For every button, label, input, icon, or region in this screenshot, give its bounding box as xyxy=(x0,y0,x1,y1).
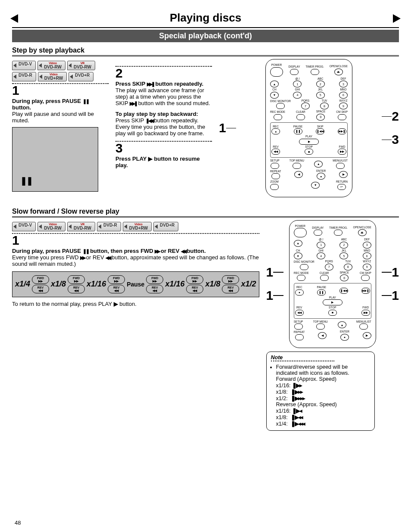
callout-2: 2 xyxy=(382,109,399,124)
stop-button[interactable]: ■ xyxy=(328,310,337,316)
topmenu-button[interactable] xyxy=(293,163,301,169)
timer-button[interactable] xyxy=(311,69,319,75)
zoom-button[interactable] xyxy=(270,184,279,190)
num-8-button[interactable]: 8 xyxy=(320,103,329,109)
rev-icon xyxy=(106,254,110,261)
num-6-button[interactable]: 6 xyxy=(339,92,348,99)
recmode-button[interactable] xyxy=(297,275,305,281)
play-button[interactable]: ▶ xyxy=(299,139,319,145)
step-number-3: 3 xyxy=(115,142,212,155)
ch-down-button[interactable]: ▼ xyxy=(270,92,279,99)
num-4-button[interactable]: 4 xyxy=(293,92,302,99)
skip-next-button[interactable]: ▶▶❚ xyxy=(338,128,346,134)
num-0-button[interactable]: 0 xyxy=(340,274,349,281)
num-9-button[interactable]: 9 xyxy=(339,103,348,109)
power-button[interactable] xyxy=(270,67,283,77)
display-button[interactable] xyxy=(314,230,322,236)
num-2-button[interactable]: 2 xyxy=(339,242,348,249)
stop-button[interactable]: ■ xyxy=(305,149,313,155)
play-button[interactable]: ▶ xyxy=(323,299,342,305)
eject-button[interactable]: ⏏ xyxy=(334,68,343,75)
note-line: x1/8: ❚▶▸▸ xyxy=(276,389,302,395)
num-7-button[interactable]: 7 xyxy=(325,264,333,271)
step2-instruction: Press SKIP button repeatedly. xyxy=(115,81,212,87)
timer-button[interactable] xyxy=(334,230,342,236)
rev-pill: REV◀◀ xyxy=(32,285,49,293)
rev-button[interactable]: ◀◀ xyxy=(271,149,280,155)
num-7-button[interactable]: 7 xyxy=(301,103,310,109)
speed-label: x1/8 xyxy=(205,280,220,289)
num-4-button[interactable]: 4 xyxy=(317,252,325,259)
rev-button[interactable]: ◀◀ xyxy=(295,310,304,316)
note-rev-label: Reverse (Approx. Speed) xyxy=(276,401,337,408)
page-title-container: Playing discs xyxy=(12,10,399,28)
power-button[interactable] xyxy=(294,228,307,237)
fwd-button[interactable]: ▶▶ xyxy=(338,149,346,155)
ch-down-button[interactable]: ▼ xyxy=(294,252,302,259)
step-number-1b: 1 xyxy=(12,234,259,247)
cmskip-button[interactable] xyxy=(361,275,370,281)
num-6-button[interactable]: 6 xyxy=(363,252,371,259)
pause-button[interactable]: ❚❚ xyxy=(294,128,302,134)
nav-down-button[interactable]: ▼ xyxy=(311,182,320,189)
menulist-button[interactable] xyxy=(336,163,345,169)
repeat-button[interactable] xyxy=(295,334,304,340)
nav-left-button[interactable]: ◀ xyxy=(318,332,327,339)
repeat-button[interactable] xyxy=(271,173,280,179)
badge: VideoDVD-RW VideoDVD-RW xyxy=(37,61,65,70)
pause-icon xyxy=(83,98,89,104)
recmode-button[interactable] xyxy=(274,114,282,120)
num-5-button[interactable]: 5 xyxy=(339,252,348,259)
num-2-button[interactable]: 2 xyxy=(316,81,325,87)
num-0-button[interactable]: 0 xyxy=(316,114,325,121)
clear-button[interactable] xyxy=(296,114,305,120)
fwd-button[interactable]: ▶▶ xyxy=(361,310,370,316)
clear-button[interactable] xyxy=(320,275,329,281)
setup-button[interactable] xyxy=(294,324,303,330)
eject-button[interactable]: ⏏ xyxy=(358,229,367,236)
num-1-button[interactable]: 1 xyxy=(293,81,302,87)
step2-sub-heading: To play step by step backward: xyxy=(115,111,212,117)
display-button[interactable] xyxy=(290,69,299,75)
topmenu-button[interactable] xyxy=(316,324,325,330)
nav-left-button[interactable]: ◀ xyxy=(294,171,303,178)
cmskip-button[interactable] xyxy=(338,114,346,120)
enter-button[interactable]: ● xyxy=(340,334,349,341)
subtitle-bar: Special playback (cont'd) xyxy=(12,30,399,42)
skip-prev-button[interactable]: ❚◀◀ xyxy=(316,128,324,134)
pause-button[interactable]: ❚❚ xyxy=(317,289,326,296)
pause-screenshot xyxy=(12,127,98,192)
num-5-button[interactable]: 5 xyxy=(316,92,325,99)
num-9-button[interactable]: 9 xyxy=(363,264,371,271)
num-3-button[interactable]: 3 xyxy=(363,242,371,249)
note-title: Note xyxy=(271,355,335,361)
badge: DVD-R xyxy=(12,72,36,81)
rec-button[interactable]: ● xyxy=(295,289,304,296)
badge: DVD+R xyxy=(153,222,178,231)
skip-prev-button[interactable]: ❚◀◀ xyxy=(339,288,348,294)
setup-button[interactable] xyxy=(271,163,279,169)
enter-button[interactable]: ● xyxy=(317,173,325,180)
skip-next-button[interactable]: ▶▶❚ xyxy=(361,288,370,294)
remote-right-callouts: 1 1 xyxy=(382,220,399,348)
nav-up-button[interactable]: ▲ xyxy=(314,161,323,168)
disc-monitor-button[interactable] xyxy=(300,264,308,270)
remote-right-callouts: 2 3 xyxy=(382,59,399,197)
nav-right-button[interactable]: ▶ xyxy=(339,171,348,178)
ch-up-button[interactable]: ▲ xyxy=(270,81,279,87)
badge: DVD-V xyxy=(12,222,36,231)
num-3-button[interactable]: 3 xyxy=(339,81,348,87)
num-1-button[interactable]: 1 xyxy=(317,242,325,249)
ch-up-button[interactable]: ▲ xyxy=(294,240,302,247)
remote-left-callouts: 1 1 xyxy=(266,220,283,348)
nav-right-button[interactable]: ▶ xyxy=(363,332,371,339)
slow-rev-icon: ❚▶◂ xyxy=(292,408,302,414)
menulist-button[interactable] xyxy=(359,324,368,330)
return-button[interactable]: ↩ xyxy=(337,184,346,190)
note-line: x1/8: ❚▶◂◂ xyxy=(276,414,302,420)
rec-button[interactable]: ● xyxy=(271,128,280,134)
nav-up-button[interactable]: ▲ xyxy=(338,321,346,328)
num-8-button[interactable]: 8 xyxy=(344,264,352,271)
disc-monitor-button[interactable] xyxy=(276,103,285,109)
slow-fwd-icon: ❚▶▸ xyxy=(292,383,302,389)
